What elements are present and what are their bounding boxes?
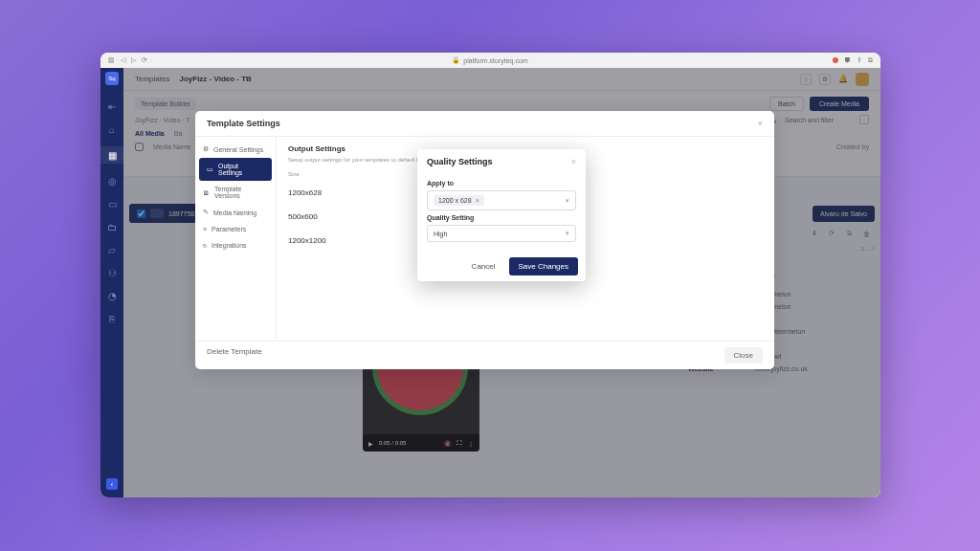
shield-icon[interactable]: ⛊ <box>844 57 851 64</box>
output-icon: ▭ <box>207 165 213 173</box>
nav-link-icon[interactable]: ⎘ <box>106 313 118 324</box>
nav-back-icon[interactable]: ◁ <box>121 56 125 64</box>
quality-setting-value: High <box>434 231 447 237</box>
nav-media-icon[interactable]: ▭ <box>106 198 118 209</box>
modal-ts-close-icon[interactable]: × <box>758 119 763 128</box>
chevron-down-icon[interactable]: ▾ <box>566 197 569 205</box>
modal-qs-title: Quality Settings <box>427 157 493 166</box>
sidebar-toggle-icon[interactable]: ▥ <box>108 56 115 64</box>
quality-setting-label: Quality Setting <box>427 214 576 221</box>
modal-ts-close-button[interactable]: Close <box>724 347 763 364</box>
params-icon: ≡ <box>203 226 207 232</box>
url-bar[interactable]: 🔒 platform.storyteq.com <box>155 56 825 64</box>
nav-campaigns-icon[interactable]: ◎ <box>106 175 118 187</box>
versions-icon: 🗎 <box>203 189 210 196</box>
tabs-icon[interactable]: ⧉ <box>868 56 873 64</box>
browser-window: ▥ ◁ ▷ ⟳ 🔒 platform.storyteq.com ⛊ ⇪ ⧉ Sq… <box>100 53 880 497</box>
app-main: Templates JoyFizz - Video - TB ☆ ⚙ 🔔 Tem… <box>123 68 880 497</box>
cancel-button[interactable]: Cancel <box>464 257 503 276</box>
nav-collapse-icon[interactable]: ⇤ <box>106 100 118 112</box>
chip-label: 1200 x 628 <box>438 197 472 204</box>
modal-ts-sidebar: ⚙General Settings ▭Output Settings 🗎Temp… <box>195 137 277 341</box>
ts-nav-output[interactable]: ▭Output Settings <box>199 158 272 181</box>
share-icon[interactable]: ⇪ <box>857 56 862 64</box>
chevron-down-icon[interactable]: ▾ <box>566 230 569 237</box>
nav-forward-icon[interactable]: ▷ <box>131 56 136 64</box>
ts-nav-parameters[interactable]: ≡Parameters <box>195 221 276 237</box>
nav-team-icon[interactable]: ⚇ <box>106 267 118 278</box>
quality-setting-select[interactable]: High ▾ <box>427 225 576 242</box>
chip-remove-icon[interactable]: × <box>476 197 479 204</box>
naming-icon: ✎ <box>203 209 209 216</box>
browser-chrome: ▥ ◁ ▷ ⟳ 🔒 platform.storyteq.com ⛊ ⇪ ⧉ <box>100 53 880 68</box>
ts-nav-versions[interactable]: 🗎Template Versions <box>195 181 276 204</box>
apply-to-field[interactable]: 1200 x 628 × ▾ <box>427 190 576 210</box>
app-nav-sidebar: Sq ⇤ ⌂ ▦ ◎ ▭ 🗀 ▱ ⚇ ◔ ⎘ ‹ <box>100 68 123 497</box>
delete-template-link[interactable]: Delete Template <box>207 347 262 364</box>
modal-qs-close-icon[interactable]: × <box>571 157 576 166</box>
recording-indicator-icon <box>833 57 838 63</box>
gear-icon: ⚙ <box>203 145 209 153</box>
ts-nav-general[interactable]: ⚙General Settings <box>195 141 276 158</box>
nav-folder-icon[interactable]: 🗀 <box>106 221 118 232</box>
apply-to-chip: 1200 x 628 × <box>434 195 484 206</box>
ts-nav-naming[interactable]: ✎Media Naming <box>195 204 276 221</box>
nav-templates-icon[interactable]: ▦ <box>100 146 123 164</box>
app-logo[interactable]: Sq <box>105 72 119 85</box>
nav-home-icon[interactable]: ⌂ <box>106 123 118 135</box>
apply-to-label: Apply to <box>427 180 576 187</box>
integrations-icon: ⎋ <box>203 242 207 249</box>
url-text: platform.storyteq.com <box>463 57 527 64</box>
reload-icon[interactable]: ⟳ <box>142 56 147 64</box>
lock-icon: 🔒 <box>452 56 460 64</box>
nav-assets-icon[interactable]: ▱ <box>106 244 118 255</box>
sidebar-collapse-button[interactable]: ‹ <box>106 478 118 490</box>
nav-analytics-icon[interactable]: ◔ <box>106 290 118 301</box>
save-changes-button[interactable]: Save Changes <box>509 257 578 276</box>
modal-ts-title: Template Settings <box>207 119 280 128</box>
quality-settings-modal: Quality Settings × Apply to 1200 x 628 ×… <box>417 149 586 281</box>
ts-nav-integrations[interactable]: ⎋Integrations <box>195 237 276 253</box>
